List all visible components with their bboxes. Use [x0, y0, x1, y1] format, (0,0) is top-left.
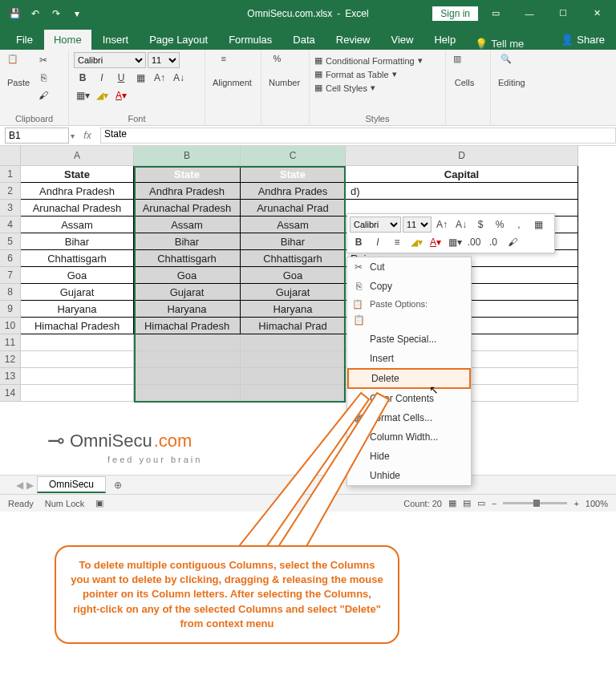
- row-header[interactable]: 10: [0, 318, 20, 334]
- ctx-cut[interactable]: ✂Cut: [347, 257, 471, 277]
- shrink-font-button[interactable]: A↓: [170, 70, 188, 86]
- cell[interactable]: Andhra Prades: [241, 183, 346, 200]
- mini-border[interactable]: ▦: [529, 217, 547, 233]
- cell[interactable]: Arunachal Pradesh: [21, 200, 134, 217]
- row-header[interactable]: 13: [0, 368, 20, 385]
- ctx-copy[interactable]: ⎘Copy: [347, 277, 471, 296]
- cell[interactable]: Assam: [21, 217, 134, 233]
- select-all-corner[interactable]: [0, 146, 21, 166]
- cell[interactable]: State: [241, 166, 346, 183]
- font-size-select[interactable]: 11: [148, 52, 180, 68]
- mini-shrink-font[interactable]: A↓: [452, 217, 470, 233]
- row-header[interactable]: 7: [0, 267, 20, 284]
- column-header[interactable]: A: [21, 146, 134, 166]
- cell[interactable]: Bihar: [134, 233, 241, 250]
- minimize-icon[interactable]: —: [513, 0, 545, 26]
- alignment-button[interactable]: ≡Alignment: [210, 52, 254, 89]
- mini-comma[interactable]: ,: [510, 217, 528, 233]
- cell[interactable]: Arunachal Pradesh: [134, 200, 241, 217]
- cell[interactable]: Goa: [241, 267, 346, 284]
- name-box[interactable]: B1: [5, 128, 69, 144]
- cell[interactable]: [21, 334, 134, 351]
- column-header[interactable]: C: [241, 146, 346, 166]
- cell[interactable]: Goa: [134, 267, 241, 284]
- cell[interactable]: [21, 385, 134, 402]
- border-dropdown[interactable]: ▦▾: [74, 87, 91, 103]
- ctx-insert[interactable]: Insert: [347, 349, 471, 368]
- sheet-nav-prev-icon[interactable]: ◀: [16, 480, 23, 491]
- cell[interactable]: Chhattisgarh: [241, 250, 346, 267]
- conditional-formatting-button[interactable]: ▦Conditional Formatting▾: [314, 55, 423, 66]
- border-button[interactable]: ▦: [132, 70, 149, 86]
- cell[interactable]: Himachal Pradesh: [134, 318, 241, 334]
- mini-border-drop[interactable]: ▦▾: [446, 234, 464, 250]
- mini-percent[interactable]: %: [491, 217, 509, 233]
- cell[interactable]: [21, 368, 134, 385]
- cell[interactable]: [21, 351, 134, 368]
- view-normal-icon[interactable]: ▦: [448, 498, 456, 508]
- view-pagebreak-icon[interactable]: ▭: [477, 498, 485, 508]
- tab-review[interactable]: Review: [326, 30, 380, 50]
- tab-page-layout[interactable]: Page Layout: [140, 30, 217, 50]
- ctx-paste-special[interactable]: Paste Special...: [347, 330, 471, 349]
- mini-format-painter[interactable]: 🖌: [504, 234, 521, 250]
- cell[interactable]: Chhattisgarh: [21, 250, 134, 267]
- tab-help[interactable]: Help: [424, 30, 465, 50]
- row-header[interactable]: 9: [0, 301, 20, 318]
- tab-insert[interactable]: Insert: [93, 30, 139, 50]
- cell[interactable]: Gujarat: [241, 284, 346, 301]
- underline-button[interactable]: U: [112, 70, 130, 86]
- mini-inc-decimal[interactable]: .00: [465, 234, 483, 250]
- tab-view[interactable]: View: [381, 30, 423, 50]
- cell[interactable]: Gujarat: [21, 284, 134, 301]
- mini-italic[interactable]: I: [369, 234, 387, 250]
- sheet-nav-next-icon[interactable]: ▶: [26, 480, 34, 491]
- row-header[interactable]: 8: [0, 284, 20, 301]
- cell[interactable]: Haryana: [241, 301, 346, 318]
- paste-button[interactable]: 📋 Paste: [5, 52, 32, 89]
- cell[interactable]: State: [21, 166, 134, 183]
- cell[interactable]: Assam: [241, 217, 346, 233]
- bold-button[interactable]: B: [74, 70, 91, 86]
- redo-icon[interactable]: ↷: [47, 4, 66, 23]
- ctx-delete[interactable]: Delete: [347, 368, 471, 389]
- namebox-dropdown-icon[interactable]: ▾: [71, 132, 75, 140]
- fx-button[interactable]: fx: [79, 130, 95, 141]
- cell[interactable]: Andhra Pradesh: [21, 183, 134, 200]
- ctx-paste-default[interactable]: 📋: [347, 310, 471, 330]
- font-select[interactable]: Calibri: [74, 52, 146, 68]
- cell[interactable]: Bihar: [21, 233, 134, 250]
- column-header[interactable]: D: [346, 146, 578, 166]
- zoom-slider[interactable]: [503, 502, 567, 504]
- row-header[interactable]: 11: [0, 334, 20, 351]
- cell[interactable]: Bihar: [241, 233, 346, 250]
- undo-icon[interactable]: ↶: [26, 4, 45, 23]
- formula-input[interactable]: State: [100, 128, 616, 144]
- cells-button[interactable]: ▥Cells: [451, 52, 478, 89]
- cell[interactable]: Assam: [134, 217, 241, 233]
- format-as-table-button[interactable]: ▦Format as Table▾: [314, 69, 397, 79]
- tell-me[interactable]: 💡 Tell me: [475, 38, 524, 50]
- cell[interactable]: Goa: [21, 267, 134, 284]
- row-header[interactable]: 3: [0, 200, 20, 217]
- zoom-in-icon[interactable]: +: [573, 499, 578, 508]
- close-icon[interactable]: ✕: [581, 0, 613, 26]
- row-header[interactable]: 12: [0, 351, 20, 368]
- mini-currency[interactable]: $: [472, 217, 489, 233]
- font-color-button[interactable]: A▾: [112, 87, 130, 103]
- tab-home[interactable]: Home: [44, 30, 91, 50]
- grow-font-button[interactable]: A↑: [151, 70, 168, 86]
- cell[interactable]: d): [346, 183, 578, 200]
- view-layout-icon[interactable]: ▤: [463, 498, 471, 508]
- mini-grow-font[interactable]: A↑: [433, 217, 451, 233]
- cell[interactable]: [134, 368, 241, 385]
- cell[interactable]: Himachal Pradesh: [21, 318, 134, 334]
- cell[interactable]: [241, 368, 346, 385]
- mini-font-select[interactable]: Calibri: [350, 217, 401, 233]
- cell[interactable]: Haryana: [21, 301, 134, 318]
- row-header[interactable]: 4: [0, 217, 20, 233]
- record-macro-icon[interactable]: ▣: [95, 498, 103, 508]
- cut-icon[interactable]: ✂: [34, 52, 52, 68]
- row-header[interactable]: 1: [0, 166, 20, 183]
- tab-formulas[interactable]: Formulas: [219, 30, 282, 50]
